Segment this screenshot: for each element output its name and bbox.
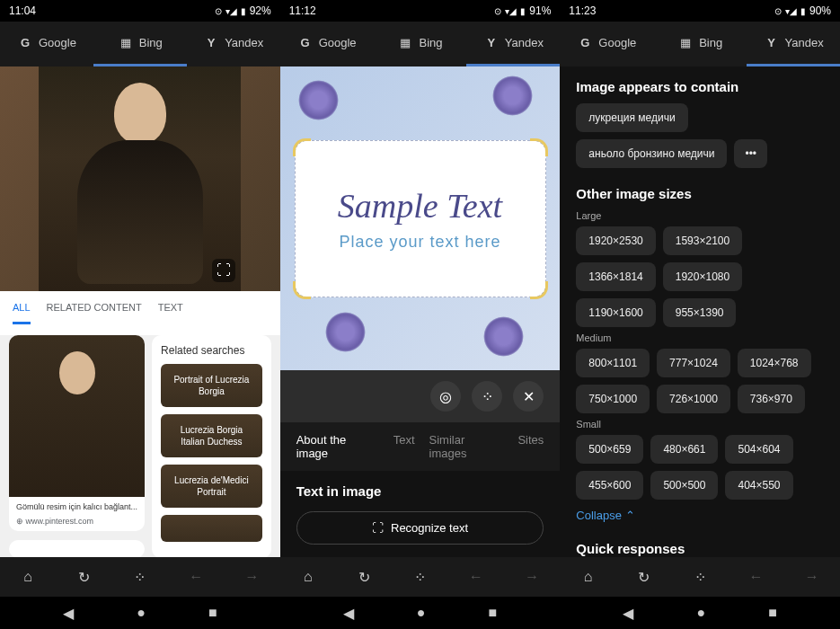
content-area[interactable]: Image appears to contain лукреция медичи…	[560, 66, 840, 557]
recognize-text-button[interactable]: ⛶ Recognize text	[296, 511, 544, 545]
size-chip[interactable]: 1024×768	[738, 349, 811, 377]
info-tab-sites[interactable]: Sites	[517, 433, 544, 460]
search-image-preview[interactable]: Sample Text Place your text here	[280, 66, 561, 370]
forward-button[interactable]: →	[236, 562, 267, 592]
info-tab-text[interactable]: Text	[393, 433, 415, 460]
size-chip[interactable]: 1920×2530	[576, 226, 655, 255]
text-in-image-heading: Text in image	[296, 483, 544, 499]
size-chip[interactable]: 1593×2100	[663, 226, 742, 255]
tab-yandex[interactable]: YYandex	[187, 22, 280, 66]
nav-back-icon[interactable]: ◀	[343, 605, 354, 622]
size-chip[interactable]: 455×600	[576, 471, 643, 500]
sub-tab-all[interactable]: ALL	[13, 302, 31, 324]
close-image-button[interactable]: ✕	[513, 381, 544, 412]
nav-back-icon[interactable]: ◀	[63, 605, 74, 622]
nav-recent-icon[interactable]: ■	[208, 605, 217, 621]
result-card[interactable]: Gömülü resim için kalıcı bağlant... ⊕ ww…	[9, 335, 145, 531]
tab-bing[interactable]: ▦Bing	[374, 22, 467, 66]
info-tab-about[interactable]: About the image	[296, 433, 379, 460]
forward-button[interactable]: →	[797, 562, 827, 592]
sub-tab-text[interactable]: TEXT	[158, 302, 183, 324]
panel-yandex-details: 11:23 ⊙ ▾◢ ▮ 90% GGoogle ▦Bing YYandex I…	[560, 0, 840, 629]
size-chip[interactable]: 480×661	[650, 435, 718, 464]
crop-handle-tl[interactable]	[293, 138, 311, 156]
battery-level: 90%	[809, 4, 831, 17]
nav-recent-icon[interactable]: ■	[768, 605, 777, 621]
back-button[interactable]: ←	[181, 562, 211, 592]
crop-handle-br[interactable]	[530, 281, 548, 299]
share-button[interactable]: ⁘	[404, 562, 435, 592]
status-time: 11:04	[9, 4, 36, 17]
size-chip[interactable]: 500×659	[576, 435, 643, 464]
yandex-icon: Y	[483, 35, 500, 51]
size-chip[interactable]: 955×1390	[663, 298, 737, 327]
related-chip[interactable]: Lucrezia Borgia Italian Duchess	[161, 414, 262, 457]
size-chip[interactable]: 404×550	[725, 471, 792, 500]
collapse-link[interactable]: Collapse ⌃	[576, 509, 634, 522]
portrait-image[interactable]	[39, 66, 241, 291]
tab-label: Bing	[139, 36, 163, 49]
contains-chip[interactable]: аньоло бронзино медичи	[576, 139, 727, 168]
sample-sub-text: Place your text here	[339, 233, 500, 252]
back-button[interactable]: ←	[461, 562, 491, 592]
related-chip[interactable]: Lucrezia de'Medici Portrait	[161, 465, 262, 508]
reload-button[interactable]: ↻	[68, 562, 99, 592]
share-button[interactable]: ⁘	[685, 562, 715, 592]
related-chip[interactable]	[161, 515, 262, 542]
bing-icon: ▦	[397, 35, 413, 51]
results-grid[interactable]: Gömülü resim için kalıcı bağlant... ⊕ ww…	[0, 335, 280, 557]
tab-google[interactable]: GGoogle	[280, 22, 374, 66]
size-chip[interactable]: 1366×1814	[576, 262, 655, 291]
size-chip[interactable]: 504×604	[725, 435, 792, 464]
search-engine-tabs: GGoogle ▦Bing YYandex	[560, 22, 840, 66]
info-tab-similar[interactable]: Similar images	[429, 433, 504, 460]
share-image-button[interactable]: ⁘	[472, 381, 502, 412]
contains-chips: лукреция медичи	[576, 103, 824, 132]
android-nav-bar: ◀ ● ■	[560, 597, 840, 629]
crop-handle-tr[interactable]	[530, 138, 548, 156]
crop-handle-bl[interactable]	[293, 281, 311, 299]
flower-decoration	[483, 316, 524, 357]
share-button[interactable]: ⁘	[125, 562, 155, 592]
tab-yandex[interactable]: YYandex	[466, 22, 560, 66]
size-chip[interactable]: 1190×1600	[576, 298, 655, 327]
size-chip[interactable]: 726×1000	[657, 385, 730, 413]
tab-google[interactable]: GGoogle	[560, 22, 653, 66]
size-chip[interactable]: 736×970	[738, 385, 805, 413]
size-group-label-medium: Medium	[576, 332, 824, 343]
size-chips-large: 1920×2530 1593×2100 1366×1814 1920×1080 …	[576, 226, 824, 327]
size-chip[interactable]: 800×1101	[576, 349, 650, 377]
reload-button[interactable]: ↻	[629, 562, 659, 592]
forward-button[interactable]: →	[517, 562, 547, 592]
lens-icon[interactable]: ⛶	[212, 259, 235, 282]
battery-icon: ▮	[800, 6, 806, 16]
size-chip[interactable]: 1920×1080	[663, 262, 742, 291]
lens-button[interactable]: ◎	[430, 381, 461, 412]
result-column-right: Related searches Portrait of Lucrezia Bo…	[152, 335, 271, 557]
related-chip[interactable]: Portrait of Lucrezia Borgia	[161, 364, 262, 407]
contains-chip[interactable]: лукреция медичи	[576, 103, 687, 132]
nav-home-icon[interactable]: ●	[417, 605, 426, 621]
crop-frame[interactable]: Sample Text Place your text here	[295, 140, 546, 297]
sub-tab-related[interactable]: RELATED CONTENT	[47, 302, 142, 324]
size-chip[interactable]: 777×1024	[657, 349, 730, 377]
home-button[interactable]: ⌂	[293, 562, 323, 592]
tab-label: Bing	[419, 36, 442, 49]
more-chip[interactable]: •••	[734, 139, 767, 168]
size-chip[interactable]: 750×1000	[576, 385, 650, 413]
size-chip[interactable]: 500×500	[650, 471, 718, 500]
signal-icon: ▾◢	[225, 6, 237, 16]
nav-home-icon[interactable]: ●	[697, 605, 706, 621]
home-button[interactable]: ⌂	[13, 562, 43, 592]
tab-bing[interactable]: ▦Bing	[653, 22, 747, 66]
tab-yandex[interactable]: YYandex	[747, 22, 840, 66]
tab-google[interactable]: GGoogle	[0, 22, 93, 66]
home-button[interactable]: ⌂	[573, 562, 604, 592]
result-card[interactable]	[9, 540, 145, 557]
back-button[interactable]: ←	[740, 562, 771, 592]
nav-recent-icon[interactable]: ■	[489, 605, 498, 621]
nav-back-icon[interactable]: ◀	[623, 605, 633, 622]
nav-home-icon[interactable]: ●	[137, 605, 146, 621]
reload-button[interactable]: ↻	[349, 562, 379, 592]
tab-bing[interactable]: ▦Bing	[93, 22, 187, 66]
